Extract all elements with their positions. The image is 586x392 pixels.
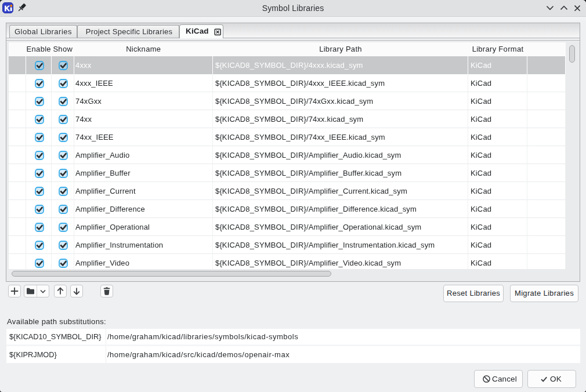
svg-text:K: K	[5, 4, 10, 13]
